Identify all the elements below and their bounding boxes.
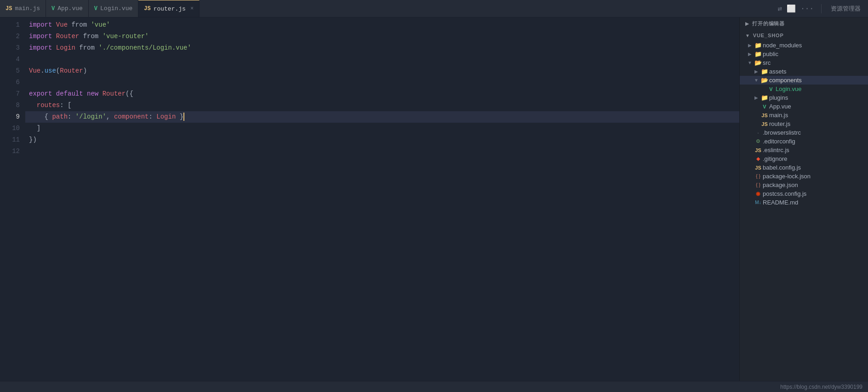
config-icon: ⚙	[754, 138, 763, 144]
vue-icon: V	[760, 104, 769, 109]
sidebar-open-editors[interactable]: ▶ 打开的编辑器	[740, 17, 868, 30]
code-line-11[interactable]: })	[25, 134, 739, 146]
tree-label: .eslintrc.js	[763, 147, 789, 153]
vue-tab-icon: V	[94, 6, 97, 12]
line-number-7: 7	[4, 88, 20, 100]
tab-login-vue[interactable]: VLogin.vue	[89, 0, 138, 17]
chevron-icon-vue-shop: ▼	[745, 33, 750, 38]
code-line-1[interactable]: import Vue from 'vue'	[25, 19, 739, 31]
tab-close-icon[interactable]: ×	[190, 6, 194, 12]
tree-item-babel-config[interactable]: JSbabel.config.js	[740, 163, 868, 172]
tree-item-app-vue[interactable]: VApp.vue	[740, 102, 868, 111]
tree-item-main-js[interactable]: JSmain.js	[740, 111, 868, 119]
tree-item-router-js[interactable]: JSrouter.js	[740, 119, 868, 128]
tree-item-node_modules[interactable]: ▶📁node_modules	[740, 41, 868, 50]
line-number-8: 8	[4, 100, 20, 111]
js-icon: JS	[760, 121, 769, 127]
tree-label: package-lock.json	[763, 173, 811, 180]
js-icon: ◉	[754, 191, 763, 197]
status-url: https://blog.csdn.net/dyw3390199	[780, 384, 862, 390]
tree-label: babel.config.js	[763, 164, 801, 171]
tree-item-login-vue[interactable]: VLogin.vue	[740, 85, 868, 93]
tree-item-editorconfig[interactable]: ⚙.editorconfig	[740, 137, 868, 146]
line-number-6: 6	[4, 77, 20, 88]
open-editors-label: 打开的编辑器	[752, 20, 785, 27]
tree-chevron-icon: ▶	[753, 69, 760, 74]
compare-icon[interactable]: ⇄	[778, 4, 782, 13]
editor[interactable]: 123456789101112 import Vue from 'vue'imp…	[0, 17, 739, 381]
tree-item-eslintrc[interactable]: JS.eslintrc.js	[740, 146, 868, 154]
more-icon[interactable]: ···	[800, 5, 814, 13]
tree-item-readme[interactable]: M↓README.md	[740, 198, 868, 207]
dot-icon: ·	[754, 130, 763, 136]
code-line-10[interactable]: ]	[25, 123, 739, 134]
code-line-9[interactable]: 💡 { path: '/login', component: Login }	[25, 111, 739, 123]
tree-item-public[interactable]: ▶📁public	[740, 50, 868, 58]
status-bar: https://blog.csdn.net/dyw3390199	[0, 381, 868, 392]
tree-label: plugins	[769, 94, 788, 101]
tab-bar: JSmain.jsVApp.vueVLogin.vueJSrouter.js× …	[0, 0, 868, 17]
split-icon[interactable]: ⬜	[787, 4, 796, 13]
line-number-1: 1	[4, 19, 20, 31]
code-line-12[interactable]	[25, 146, 739, 157]
folder-icon: 📁	[760, 94, 769, 101]
sidebar: ▶ 打开的编辑器 ▼ VUE_SHOP ▶📁node_modules▶📁publ…	[739, 17, 868, 381]
tree-label: App.vue	[769, 103, 791, 110]
code-line-4[interactable]	[25, 54, 739, 65]
tree-label: README.md	[763, 199, 798, 206]
tree-label: assets	[769, 68, 787, 75]
tree-label: public	[763, 51, 778, 57]
code-container: 123456789101112 import Vue from 'vue'imp…	[0, 17, 739, 381]
explorer-title: 资源管理器	[823, 5, 868, 13]
tree-item-gitignore[interactable]: ◆.gitignore	[740, 154, 868, 163]
chevron-icon: ▶	[745, 21, 749, 26]
tree-item-package-lock[interactable]: { }package-lock.json	[740, 172, 868, 181]
tree-item-plugins[interactable]: ▶📁plugins	[740, 93, 868, 102]
tree-label: package.json	[763, 182, 798, 188]
code-line-3[interactable]: import Login from './components/Login.vu…	[25, 42, 739, 54]
tree-item-browserslistrc[interactable]: ·.browserslistrc	[740, 128, 868, 137]
line-number-4: 4	[4, 54, 20, 65]
tree-label: node_modules	[763, 42, 802, 49]
md-icon: M↓	[754, 200, 763, 205]
tree-chevron-icon: ▼	[753, 78, 760, 83]
tree-item-postcss-config[interactable]: ◉postcss.config.js	[740, 189, 868, 198]
divider	[821, 4, 822, 13]
tree-label: src	[763, 59, 771, 66]
tree-label: router.js	[769, 120, 790, 127]
code-line-8[interactable]: routes: [	[25, 100, 739, 111]
line-number-5: 5	[4, 65, 20, 77]
vue-tab-icon: V	[51, 6, 55, 12]
line-number-9: 9	[4, 111, 20, 123]
tree-label: components	[769, 77, 802, 84]
tree-label: .gitignore	[763, 155, 787, 162]
file-tree: ▶📁node_modules▶📁public▼📂src▶📁assets▼📂com…	[740, 41, 868, 207]
tree-chevron-icon: ▶	[746, 51, 754, 57]
js-icon: JS	[754, 165, 763, 170]
tree-item-components[interactable]: ▼📂components	[740, 76, 868, 85]
tree-item-package-json[interactable]: { }package.json	[740, 181, 868, 189]
json-icon: { }	[754, 182, 763, 187]
tree-chevron-icon: ▶	[746, 43, 754, 48]
line-number-3: 3	[4, 42, 20, 54]
tree-label: .browserslistrc	[763, 129, 801, 136]
tab-app-vue[interactable]: VApp.vue	[46, 0, 89, 17]
tree-item-src[interactable]: ▼📂src	[740, 58, 868, 67]
js-icon: JS	[754, 148, 763, 153]
vue-icon: V	[766, 86, 776, 92]
folder-open-icon: 📂	[760, 77, 769, 84]
code-area[interactable]: import Vue from 'vue'import Router from …	[25, 17, 739, 381]
tree-chevron-icon: ▼	[746, 60, 754, 65]
code-line-7[interactable]: export default new Router({	[25, 88, 739, 100]
line-number-12: 12	[4, 146, 20, 157]
sidebar-vue-shop[interactable]: ▼ VUE_SHOP	[740, 30, 868, 41]
tab-label: App.vue	[57, 5, 83, 12]
tab-label: Login.vue	[100, 5, 132, 12]
tab-router-js[interactable]: JSrouter.js×	[138, 0, 200, 17]
tab-main-js[interactable]: JSmain.js	[0, 0, 46, 17]
code-line-2[interactable]: import Router from 'vue-router'	[25, 31, 739, 42]
git-icon: ◆	[754, 156, 763, 162]
tree-item-assets[interactable]: ▶📁assets	[740, 67, 868, 76]
code-line-5[interactable]: Vue.use(Router)	[25, 65, 739, 77]
code-line-6[interactable]	[25, 77, 739, 88]
